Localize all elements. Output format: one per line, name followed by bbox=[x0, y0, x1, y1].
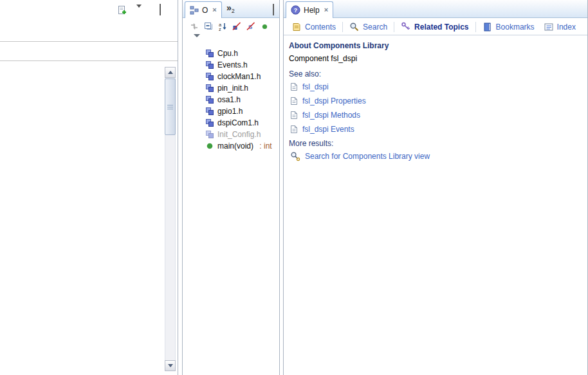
search-icon bbox=[349, 22, 360, 32]
header-file-icon bbox=[206, 84, 214, 92]
header-file-icon bbox=[206, 107, 214, 115]
help-icon: ? bbox=[291, 5, 300, 15]
help-link-row[interactable]: fsl_dspi bbox=[289, 80, 582, 94]
public-method-icon bbox=[206, 142, 214, 150]
bookmarks-icon bbox=[482, 22, 493, 32]
bookmarks-button[interactable]: Bookmarks bbox=[482, 22, 535, 32]
divider-line bbox=[0, 60, 178, 61]
hide-fields-icon[interactable] bbox=[231, 21, 242, 32]
vertical-scrollbar[interactable] bbox=[165, 67, 176, 371]
toolbar-separator bbox=[475, 22, 476, 32]
header-file-icon bbox=[206, 61, 214, 69]
scrollbar-thumb[interactable] bbox=[165, 78, 176, 135]
link-with-editor-icon[interactable] bbox=[188, 21, 199, 32]
show-public-icon[interactable] bbox=[259, 21, 270, 32]
help-link-row[interactable]: fsl_dspi Events bbox=[289, 122, 582, 136]
help-topic-link[interactable]: fsl_dspi Methods bbox=[302, 111, 360, 120]
search-components-link[interactable]: Search for Components Library view bbox=[305, 152, 430, 161]
editor-panel bbox=[0, 0, 178, 375]
contents-book-icon bbox=[291, 22, 302, 32]
help-tabbar: ? Help × bbox=[284, 0, 587, 18]
list-item[interactable]: Cpu.h bbox=[183, 48, 279, 59]
document-icon bbox=[290, 96, 298, 105]
document-icon bbox=[290, 125, 298, 134]
header-file-icon bbox=[206, 131, 214, 138]
editor-toolbar bbox=[0, 4, 178, 17]
related-topics-button[interactable]: Related Topics bbox=[401, 22, 468, 32]
help-link-row[interactable]: fsl_dspi Properties bbox=[289, 94, 582, 108]
svg-text:z: z bbox=[219, 26, 221, 32]
help-topic-link[interactable]: fsl_dspi bbox=[302, 82, 329, 91]
outline-toolbar: a z S bbox=[183, 19, 279, 33]
tab-overflow-chevron[interactable]: » 2 bbox=[226, 3, 235, 14]
document-icon bbox=[290, 82, 298, 91]
outline-tabbar: O × » 2 bbox=[183, 0, 279, 18]
list-item[interactable]: main(void) : int bbox=[183, 140, 279, 152]
help-content: About Components Library Component fsl_d… bbox=[284, 36, 587, 375]
collapse-all-icon[interactable] bbox=[203, 21, 214, 32]
search-view-icon bbox=[290, 151, 300, 161]
return-type-label: : int bbox=[257, 142, 272, 151]
scroll-down-button[interactable] bbox=[165, 360, 176, 371]
header-file-icon bbox=[206, 96, 214, 104]
index-button[interactable]: Index bbox=[544, 22, 576, 32]
view-menu-icon[interactable] bbox=[136, 8, 142, 17]
svg-text:?: ? bbox=[294, 6, 298, 14]
tab-outline-label: O bbox=[202, 6, 208, 15]
list-item[interactable]: pin_init.h bbox=[183, 82, 279, 94]
sort-icon[interactable]: a z bbox=[217, 21, 228, 32]
list-item[interactable]: gpio1.h bbox=[183, 105, 279, 117]
outline-minmax-cluster bbox=[265, 6, 274, 15]
search-components-row[interactable]: Search for Components Library view bbox=[289, 149, 582, 163]
header-file-icon bbox=[206, 73, 214, 80]
maximize-icon[interactable] bbox=[160, 6, 161, 15]
help-topic-link[interactable]: fsl_dspi Properties bbox=[302, 96, 366, 105]
search-button[interactable]: Search bbox=[349, 22, 387, 32]
toolbar-separator bbox=[394, 22, 394, 32]
contents-button[interactable]: Contents bbox=[291, 22, 336, 32]
eclipse-workbench: O × » 2 bbox=[0, 0, 588, 375]
header-file-icon bbox=[206, 50, 214, 57]
new-item-icon[interactable] bbox=[117, 5, 127, 15]
list-item[interactable]: clockMan1.h bbox=[183, 71, 279, 82]
close-icon[interactable]: × bbox=[324, 6, 328, 14]
toolbar-separator bbox=[342, 22, 343, 32]
help-topic-link[interactable]: fsl_dspi Events bbox=[302, 125, 354, 134]
index-icon bbox=[544, 22, 554, 32]
tab-outline[interactable]: O × bbox=[185, 1, 222, 18]
tab-help-label: Help bbox=[304, 6, 320, 15]
list-item[interactable]: Init_Config.h bbox=[183, 129, 279, 140]
list-item[interactable]: osa1.h bbox=[183, 94, 279, 105]
help-view: ? Help × Contents bbox=[283, 0, 588, 375]
close-icon[interactable]: × bbox=[212, 6, 216, 14]
hide-static-icon[interactable]: S bbox=[245, 21, 256, 32]
help-link-row[interactable]: fsl_dspi Methods bbox=[289, 108, 582, 122]
more-results-label: More results: bbox=[289, 139, 582, 148]
toolbar-overflow-icon[interactable] bbox=[194, 37, 200, 46]
document-icon bbox=[290, 111, 298, 120]
page-title: About Components Library bbox=[289, 41, 582, 50]
outline-view-icon bbox=[190, 6, 199, 15]
help-toolbar: Contents Search bbox=[284, 19, 587, 35]
header-file-icon bbox=[206, 119, 214, 127]
outline-view: O × » 2 bbox=[182, 0, 280, 375]
list-item[interactable]: Events.h bbox=[183, 59, 279, 71]
related-topics-icon bbox=[401, 22, 411, 32]
maximize-icon[interactable] bbox=[273, 6, 274, 15]
see-also-label: See also: bbox=[289, 69, 582, 78]
component-line: Component fsl_dspi bbox=[289, 54, 582, 63]
divider-line bbox=[0, 41, 178, 42]
outline-list: Cpu.h Events.h clockMan1.h pin_init.h os… bbox=[183, 48, 279, 152]
tab-help[interactable]: ? Help × bbox=[286, 1, 333, 18]
list-item[interactable]: dspiCom1.h bbox=[183, 117, 279, 129]
scroll-up-button[interactable] bbox=[165, 67, 176, 78]
